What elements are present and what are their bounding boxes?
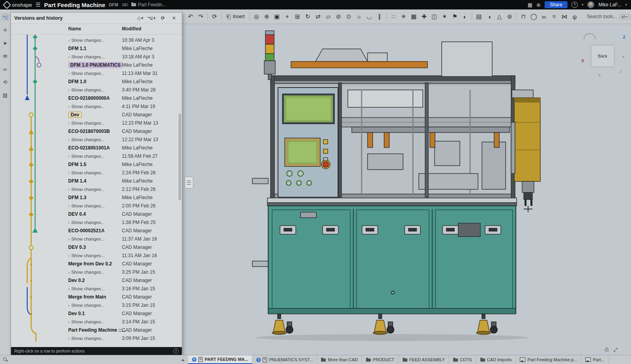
document-tab[interactable]: ↻PART FEEDING MA... — [188, 355, 252, 364]
version-row[interactable]: Dev 0.1CAD Manager›Show changes...3:14 P… — [11, 310, 182, 326]
mate-icon[interactable]: ⊕ — [261, 11, 272, 22]
apps-grid-icon[interactable]: ▦ — [528, 2, 532, 8]
replicate-icon[interactable]: ▦ — [409, 11, 419, 22]
mate-connector-icon[interactable]: ⌖ — [282, 11, 292, 22]
search-tools[interactable]: Search tools... alt+/ — [587, 14, 631, 19]
exploded-view-icon[interactable]: ✶ — [439, 11, 450, 22]
show-changes-link[interactable]: Show changes... — [71, 88, 105, 92]
show-changes-link[interactable]: Show changes... — [71, 203, 105, 208]
intersection-select-icon[interactable]: ⋈ — [559, 11, 569, 22]
search-tabs-button[interactable] — [0, 355, 11, 364]
onshape-logo[interactable]: onshape — [4, 2, 32, 8]
copy-link-icon[interactable] — [122, 3, 128, 6]
panel-scrollbar[interactable] — [179, 114, 181, 200]
create-version-icon[interactable]: ◇+ — [136, 14, 145, 22]
version-row[interactable]: Merge from MainCAD Manager›Show changes.… — [11, 293, 182, 310]
version-row[interactable]: DFM 1.0Mike LaFleche›Show changes...3:40… — [11, 78, 182, 94]
appearance-icon[interactable]: ◑ — [484, 11, 494, 22]
main-menu-icon[interactable]: ☰ — [35, 2, 41, 8]
version-row[interactable]: ECO-0218051001AMike LaFleche›Show change… — [11, 144, 182, 161]
show-changes-link[interactable]: Show changes... — [71, 286, 105, 291]
document-tab[interactable]: PRODUCT — [362, 355, 398, 364]
version-row[interactable]: ECO-0218070003BCAD Manager›Show changes.… — [11, 127, 182, 144]
linear-pattern-icon[interactable]: ∷ — [388, 11, 398, 22]
version-row[interactable]: Part Feeding Machine ::...CAD Manager›Sh… — [11, 326, 182, 343]
version-row[interactable]: DFM 1.1Mike LaFleche›Show changes...10:1… — [11, 45, 182, 61]
show-changes-link[interactable]: Show changes... — [71, 270, 105, 274]
parallel-mate-icon[interactable]: ∥ — [374, 11, 385, 22]
document-tab[interactable]: CAD Imports — [476, 355, 516, 364]
comments-icon[interactable]: ✉ — [1, 52, 9, 60]
version-row[interactable]: DEV 0.4CAD Manager›Show changes...1:38 P… — [11, 210, 182, 227]
version-row[interactable]: Dev 0.2CAD Manager›Show changes...3:16 P… — [11, 276, 182, 293]
show-changes-link[interactable]: Show changes... — [71, 54, 105, 59]
show-changes-link[interactable]: Show changes... — [71, 121, 105, 125]
add-tab-button[interactable]: + — [178, 355, 188, 364]
show-changes-link[interactable]: Show changes... — [71, 154, 105, 159]
transform-icon[interactable]: ✚ — [419, 11, 429, 22]
bom-table-icon[interactable]: ▤ — [474, 11, 484, 22]
document-tab[interactable]: Part Feeding Machine.p... — [516, 355, 581, 364]
versions-history-icon[interactable]: ⌥ — [1, 13, 9, 21]
rotate-down-icon[interactable]: ▾ — [599, 73, 601, 77]
rotate-arc-icon[interactable] — [584, 33, 596, 39]
show-changes-link[interactable]: Show changes... — [71, 237, 105, 241]
magnet-snap-icon[interactable]: ⊓ — [518, 11, 528, 22]
show-changes-link[interactable]: Show changes... — [71, 170, 105, 175]
show-changes-link[interactable]: Show changes... — [71, 336, 105, 341]
show-changes-link[interactable]: Show changes... — [71, 303, 105, 308]
redo-icon[interactable]: ↷ — [196, 11, 206, 22]
history-icon[interactable]: ⟲ — [1, 78, 9, 86]
share-button[interactable]: Share — [545, 1, 568, 8]
planar-mate-icon[interactable]: ▱ — [323, 11, 333, 22]
insert-button[interactable]: ⎗ Insert — [223, 12, 248, 21]
version-row[interactable]: DFM 1.5Mike LaFleche›Show changes...2:24… — [11, 161, 182, 177]
named-views-icon[interactable]: ◎ — [251, 11, 261, 22]
loop-select-icon[interactable]: ◯ — [528, 11, 539, 22]
show-changes-link[interactable]: Show changes... — [71, 38, 105, 43]
version-row[interactable]: Merge from Dev 0.2CAD Manager›Show chang… — [11, 260, 182, 276]
version-row[interactable]: ECO-0218000000AMike LaFleche›Show change… — [11, 94, 182, 111]
help-icon[interactable]: ? — [571, 2, 578, 8]
circular-pattern-icon[interactable]: ✳ — [398, 11, 409, 22]
named-positions-icon[interactable]: ⚑ — [450, 11, 460, 22]
document-tab[interactable]: COTS — [449, 355, 476, 364]
multi-select-icon[interactable]: ψ — [569, 11, 580, 22]
group-parts-icon[interactable]: ▣ — [272, 11, 282, 22]
close-icon[interactable]: ✕ — [169, 14, 179, 22]
linked-documents-icon[interactable]: ∞ — [1, 65, 9, 73]
update-document-icon[interactable]: ⟳ — [209, 11, 220, 22]
snapshot-icon[interactable]: ◫ — [429, 11, 439, 22]
box-select-icon[interactable]: ⌗ — [549, 11, 559, 22]
rotate-right-icon[interactable]: ▸ — [623, 54, 625, 59]
version-row[interactable]: DFM 1.3Mike LaFleche›Show changes...2:00… — [11, 194, 182, 210]
version-row[interactable]: DFM 1.4Mike LaFleche›Show changes...2:12… — [11, 177, 182, 194]
user-avatar[interactable] — [587, 1, 594, 8]
hole-icon[interactable]: ⊚ — [504, 11, 515, 22]
sheet-metal-icon[interactable]: △ — [494, 11, 504, 22]
cylindrical-mate-icon[interactable]: ⊘ — [333, 11, 344, 22]
globe-icon[interactable]: ⊕ — [536, 2, 541, 8]
column-modified[interactable]: Modified — [122, 26, 141, 32]
slider-mate-icon[interactable]: ⇄ — [313, 11, 323, 22]
show-changes-link[interactable]: Show changes... — [71, 71, 105, 76]
version-row[interactable]: DFM 1.0 PNUEMATICSMike LaFleche›Show cha… — [11, 61, 182, 78]
document-tab[interactable]: Part... — [581, 355, 609, 364]
rotate-corner-icon[interactable]: ◿ — [618, 69, 622, 73]
view-cube[interactable]: Back Z X ▸ ▾ ◿ — [581, 32, 625, 80]
print-icon[interactable]: ⎙ — [605, 347, 609, 353]
document-tab[interactable]: FEED ASSEMBLY — [399, 355, 449, 364]
document-tab[interactable]: ↻PNUEMATICS SYST... — [252, 355, 317, 364]
breadcrumb[interactable]: Part Feedin... — [131, 2, 166, 7]
version-row[interactable]: ›Show changes...10:39 AM Apr 3 — [11, 36, 182, 45]
show-changes-link[interactable]: Show changes... — [71, 319, 105, 324]
version-row[interactable]: DEV 0.3CAD Manager›Show changes...11:31 … — [11, 243, 182, 260]
view-cube-face[interactable]: Back — [591, 45, 614, 67]
pin-slot-mate-icon[interactable]: ⊙ — [344, 11, 354, 22]
refresh-icon[interactable]: ⟳ — [158, 14, 168, 22]
collapsed-panel-handle[interactable] — [185, 177, 193, 189]
show-changes-link[interactable]: Show changes... — [71, 220, 105, 225]
footer-help-icon[interactable]: ? — [173, 348, 179, 354]
version-row[interactable]: ECO-00002521ACAD Manager›Show changes...… — [11, 227, 182, 243]
document-tab[interactable]: More than CAD — [317, 355, 362, 364]
